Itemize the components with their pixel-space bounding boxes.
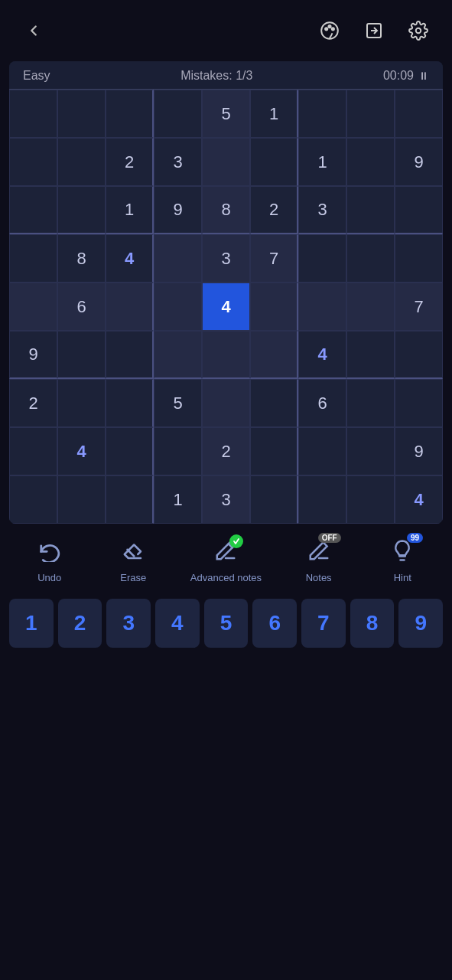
cell-1-7[interactable]	[346, 138, 395, 186]
cell-2-3[interactable]: 9	[154, 186, 202, 234]
cell-6-6[interactable]: 6	[298, 379, 346, 427]
cell-0-1[interactable]	[57, 90, 106, 138]
cell-4-1[interactable]: 6	[57, 283, 106, 331]
cell-7-8[interactable]: 9	[395, 427, 443, 475]
cell-0-0[interactable]	[9, 90, 57, 138]
numpad-button-3[interactable]: 3	[106, 599, 151, 648]
cell-1-2[interactable]: 2	[106, 138, 154, 186]
cell-5-3[interactable]	[154, 331, 202, 379]
cell-8-1[interactable]	[57, 475, 106, 524]
cell-0-4[interactable]: 5	[202, 90, 250, 138]
cell-7-1[interactable]: 4	[57, 427, 106, 475]
hint-button[interactable]: 99 Hint	[376, 539, 429, 583]
cell-1-8[interactable]: 9	[395, 138, 443, 186]
cell-7-5[interactable]	[250, 427, 298, 475]
cell-8-6[interactable]	[298, 475, 346, 524]
cell-8-5[interactable]	[250, 475, 298, 524]
numpad-button-8[interactable]: 8	[350, 599, 395, 648]
cell-2-0[interactable]	[9, 186, 57, 234]
numpad-button-9[interactable]: 9	[398, 599, 443, 648]
cell-4-7[interactable]	[346, 283, 395, 331]
cell-6-7[interactable]	[346, 379, 395, 427]
cell-5-6[interactable]: 4	[298, 331, 346, 379]
cell-6-2[interactable]	[106, 379, 154, 427]
cell-6-4[interactable]	[202, 379, 250, 427]
numpad-button-7[interactable]: 7	[301, 599, 346, 648]
cell-6-3[interactable]: 5	[154, 379, 202, 427]
numpad-button-1[interactable]: 1	[9, 599, 54, 648]
notes-button[interactable]: OFF Notes	[292, 539, 346, 583]
cell-2-2[interactable]: 1	[106, 186, 154, 234]
cell-1-0[interactable]	[9, 138, 57, 186]
cell-5-1[interactable]	[57, 331, 106, 379]
cell-0-3[interactable]	[154, 90, 202, 138]
cell-4-0[interactable]	[9, 283, 57, 331]
cell-8-7[interactable]	[346, 475, 395, 524]
cell-8-0[interactable]	[9, 475, 57, 524]
numpad-button-5[interactable]: 5	[204, 599, 249, 648]
cell-1-6[interactable]: 1	[298, 138, 346, 186]
cell-6-8[interactable]	[395, 379, 443, 427]
cell-8-3[interactable]: 1	[154, 475, 202, 524]
cell-7-7[interactable]	[346, 427, 395, 475]
cell-6-5[interactable]	[250, 379, 298, 427]
cell-5-0[interactable]: 9	[9, 331, 57, 379]
cell-2-1[interactable]	[57, 186, 106, 234]
cell-3-7[interactable]	[346, 234, 395, 283]
cell-0-5[interactable]: 1	[250, 90, 298, 138]
numpad-button-4[interactable]: 4	[155, 599, 200, 648]
cell-4-8[interactable]: 7	[395, 283, 443, 331]
cell-0-7[interactable]	[346, 90, 395, 138]
cell-3-4[interactable]: 3	[202, 234, 250, 283]
cell-7-6[interactable]	[298, 427, 346, 475]
cell-7-3[interactable]	[154, 427, 202, 475]
cell-3-1[interactable]: 8	[57, 234, 106, 283]
cell-4-5[interactable]	[250, 283, 298, 331]
cell-2-8[interactable]	[395, 186, 443, 234]
cell-1-4[interactable]	[202, 138, 250, 186]
cell-1-1[interactable]	[57, 138, 106, 186]
cell-4-4[interactable]: 4	[202, 283, 250, 331]
cell-5-4[interactable]	[202, 331, 250, 379]
cell-5-8[interactable]	[395, 331, 443, 379]
cell-2-6[interactable]: 3	[298, 186, 346, 234]
cell-4-2[interactable]	[106, 283, 154, 331]
cell-7-4[interactable]: 2	[202, 427, 250, 475]
cell-5-7[interactable]	[346, 331, 395, 379]
cell-3-5[interactable]: 7	[250, 234, 298, 283]
cell-8-2[interactable]	[106, 475, 154, 524]
cell-5-2[interactable]	[106, 331, 154, 379]
cell-6-0[interactable]: 2	[9, 379, 57, 427]
cell-3-0[interactable]	[9, 234, 57, 283]
settings-icon[interactable]	[403, 15, 434, 46]
cell-4-6[interactable]	[298, 283, 346, 331]
cell-6-1[interactable]	[57, 379, 106, 427]
cell-4-3[interactable]	[154, 283, 202, 331]
cell-3-3[interactable]	[154, 234, 202, 283]
cell-8-8[interactable]: 4	[395, 475, 443, 524]
palette-icon[interactable]	[314, 15, 345, 46]
cell-1-3[interactable]: 3	[154, 138, 202, 186]
cell-3-2[interactable]: 4	[106, 234, 154, 283]
numpad-button-6[interactable]: 6	[252, 599, 297, 648]
back-button[interactable]	[18, 15, 49, 46]
cell-2-7[interactable]	[346, 186, 395, 234]
pause-icon[interactable]: ⏸	[418, 70, 429, 82]
cell-1-5[interactable]	[250, 138, 298, 186]
cell-5-5[interactable]	[250, 331, 298, 379]
undo-button[interactable]: Undo	[23, 539, 76, 583]
advanced-notes-button[interactable]: Advanced notes	[190, 539, 262, 583]
cell-0-2[interactable]	[106, 90, 154, 138]
cell-2-4[interactable]: 8	[202, 186, 250, 234]
cell-3-6[interactable]	[298, 234, 346, 283]
cell-0-6[interactable]	[298, 90, 346, 138]
cell-8-4[interactable]: 3	[202, 475, 250, 524]
cell-3-8[interactable]	[395, 234, 443, 283]
numpad-button-2[interactable]: 2	[58, 599, 102, 648]
cell-0-8[interactable]	[395, 90, 443, 138]
cell-7-0[interactable]	[9, 427, 57, 475]
erase-button[interactable]: Erase	[106, 539, 160, 583]
cell-2-5[interactable]: 2	[250, 186, 298, 234]
cell-7-2[interactable]	[106, 427, 154, 475]
export-icon[interactable]	[359, 15, 389, 46]
